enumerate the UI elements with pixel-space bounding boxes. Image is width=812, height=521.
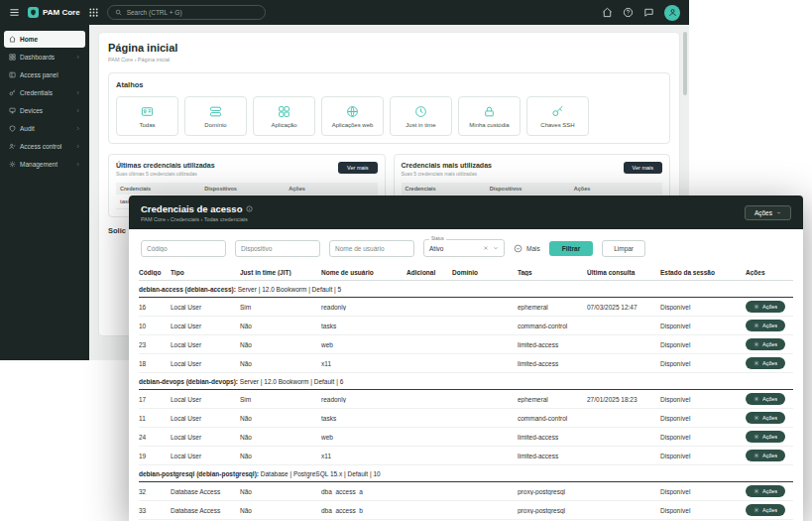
shortcut-aplica-es-web[interactable]: Aplicações web xyxy=(321,96,384,136)
cell-usuario: x11 xyxy=(321,360,406,367)
shortcut-todas[interactable]: Todas xyxy=(116,96,178,136)
row-acoes-label: Ações xyxy=(762,360,777,366)
chaves-ssh-icon xyxy=(551,105,564,118)
row-acoes-label: Ações xyxy=(762,323,777,328)
global-search[interactable]: Search (CTRL + G) xyxy=(107,5,266,20)
shortcut-dom-nio[interactable]: Domínio xyxy=(184,96,247,136)
chevron-right-icon xyxy=(75,55,80,60)
menu-icon[interactable] xyxy=(9,7,20,18)
cell-tags: proxy-postgresql xyxy=(518,488,587,495)
row-acoes-label: Ações xyxy=(762,434,777,440)
cell-tags: ephemeral xyxy=(518,304,587,311)
sidebar-item-devices[interactable]: Devices xyxy=(4,102,85,119)
cell-tipo: Local User xyxy=(171,323,240,329)
sidebar-item-access-control[interactable]: Access control xyxy=(4,138,85,155)
clear-icon[interactable] xyxy=(483,245,489,251)
table-header-row: CódigoTipoJust in time (JIT)Nome de usuá… xyxy=(139,265,793,281)
codigo-input[interactable] xyxy=(141,240,226,257)
sidebar-item-management[interactable]: Management xyxy=(4,156,85,173)
row-acoes-button[interactable]: Ações xyxy=(746,393,785,405)
cell-tipo: Local User xyxy=(171,415,240,422)
shortcut-aplica-o[interactable]: Aplicação xyxy=(253,96,315,136)
row-acoes-button[interactable]: Ações xyxy=(746,412,785,424)
row-acoes-button[interactable]: Ações xyxy=(746,431,785,443)
cell-estado: Disponível xyxy=(660,396,746,403)
cell-codigo: 11 xyxy=(139,415,171,422)
sidebar-item-credentials[interactable]: Credentials xyxy=(4,84,85,101)
modal-actions-label: Ações xyxy=(754,209,772,216)
usuario-input[interactable] xyxy=(329,240,414,257)
status-select[interactable]: Status Ativo xyxy=(423,239,505,257)
shortcut-minha-cust-dia[interactable]: Minha custódia xyxy=(458,96,521,136)
device-group-detail: Database | PostgreSQL 15.x | Default | 1… xyxy=(261,470,381,477)
logo-text: PAM Core xyxy=(43,8,80,17)
home-icon[interactable] xyxy=(602,7,613,18)
cell-acoes: Ações xyxy=(746,412,793,424)
cell-tipo: Local User xyxy=(171,341,240,348)
sidebar-item-dashboards[interactable]: Dashboards xyxy=(4,49,85,65)
shield-logo-icon xyxy=(30,9,37,16)
panel-head-text: Últimas credenciais utilizadasSuas últim… xyxy=(116,162,215,177)
shortcuts-title: Atalhos xyxy=(116,80,662,89)
chat-icon[interactable] xyxy=(643,7,654,18)
row-acoes-button[interactable]: Ações xyxy=(746,338,785,350)
column-header-estado-da-sess-o: Estado da sessão xyxy=(660,269,746,276)
cell-tags: limited-access xyxy=(518,341,587,348)
dispositivo-input[interactable] xyxy=(235,240,320,257)
shortcut-chaves-ssh[interactable]: Chaves SSH xyxy=(526,96,589,136)
sidebar-item-home[interactable]: Home xyxy=(4,31,85,48)
info-icon[interactable] xyxy=(246,205,253,212)
sidebar-item-label: Audit xyxy=(20,125,35,132)
row-acoes-button[interactable]: Ações xyxy=(746,357,785,369)
topbar: PAM Core Search (CTRL + G) xyxy=(0,0,689,25)
more-filters-toggle[interactable]: Mais xyxy=(514,244,540,253)
cell-codigo: 24 xyxy=(139,434,171,441)
shortcut-label: Just in time xyxy=(406,122,435,128)
ver-mais-button[interactable]: Ver mais xyxy=(338,162,377,174)
panel-subtitle: Suas últimas 5 credenciais utilizadas xyxy=(116,171,215,177)
table-row: 10Local UserNãotaskscommand-controlDispo… xyxy=(139,317,793,335)
filtrar-button[interactable]: Filtrar xyxy=(549,241,593,256)
avatar[interactable] xyxy=(664,5,680,21)
cell-tags: limited-access xyxy=(518,360,587,367)
limpar-button[interactable]: Limpar xyxy=(602,240,645,257)
minha-custodia-icon xyxy=(483,105,496,118)
device-group-detail: Server | 12.0 Bookworm | Default | 5 xyxy=(238,286,341,293)
column-header-adicional: Adicional xyxy=(406,269,452,276)
gear-icon xyxy=(754,488,759,494)
panel-title: Últimas credenciais utilizadas xyxy=(116,162,215,169)
sidebar-item-audit[interactable]: Audit xyxy=(4,120,85,137)
cell-jit: Não xyxy=(240,360,321,367)
cell-jit: Não xyxy=(240,488,321,495)
row-acoes-button[interactable]: Ações xyxy=(746,301,785,313)
table-row: 32Database AccessNãodba_access_aproxy-po… xyxy=(139,482,793,501)
apps-grid-icon[interactable] xyxy=(88,7,99,18)
scrollbar[interactable] xyxy=(683,32,687,95)
help-icon[interactable] xyxy=(623,7,634,18)
column-header-tipo: Tipo xyxy=(171,269,240,276)
shortcut-just-in-time[interactable]: Just in time xyxy=(390,96,452,136)
cell-tipo: Local User xyxy=(171,434,240,441)
modal-title-text: Credenciais de acesso xyxy=(141,203,242,214)
sidebar-item-access-panel[interactable]: Access panel xyxy=(4,66,85,83)
shortcut-label: Aplicação xyxy=(271,122,296,128)
filter-bar: Status Ativo Mais Filtrar Limpar xyxy=(129,229,803,265)
row-acoes-label: Ações xyxy=(762,507,777,513)
table-row: 17Local UserSimreadonlyephemeral27/01/20… xyxy=(139,390,793,409)
cell-estado: Disponível xyxy=(660,323,746,329)
sidebar-item-label: Devices xyxy=(20,107,43,114)
modal-actions-button[interactable]: Ações xyxy=(745,205,791,220)
device-group-name: debian-devops (debian-devops): xyxy=(139,378,240,385)
ver-mais-button[interactable]: Ver mais xyxy=(624,162,662,174)
device-group-row: debian-devops (debian-devops): Server | … xyxy=(139,373,793,390)
shortcut-label: Chaves SSH xyxy=(540,122,574,128)
row-acoes-button[interactable]: Ações xyxy=(746,320,785,331)
row-acoes-button[interactable]: Ações xyxy=(746,485,785,497)
gear-icon xyxy=(754,323,759,328)
panel-subtitle: Suas 5 credenciais mais utilizadas xyxy=(402,171,492,177)
cell-jit: Sim xyxy=(240,304,321,311)
column-header-dom-nio: Domínio xyxy=(452,269,518,276)
cell-tags: limited-access xyxy=(518,453,587,459)
row-acoes-button[interactable]: Ações xyxy=(746,504,785,516)
row-acoes-button[interactable]: Ações xyxy=(746,450,785,461)
